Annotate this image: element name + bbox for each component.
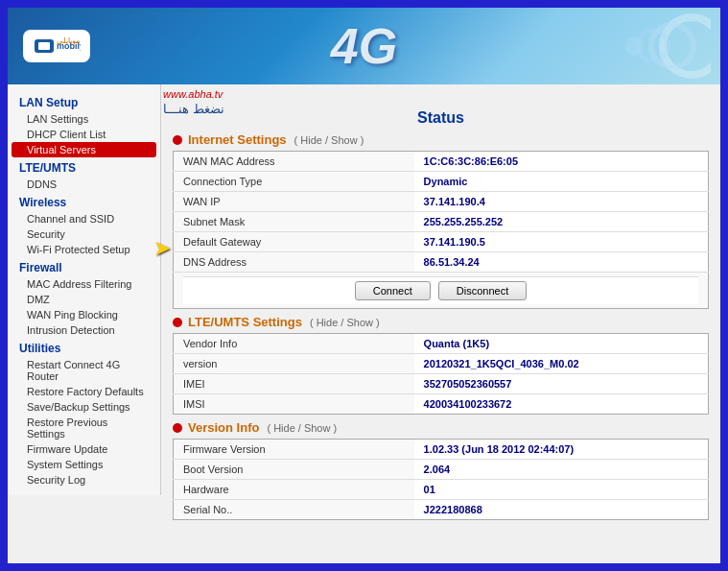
- svg-rect-1: [38, 42, 50, 50]
- field-value: 01: [414, 480, 709, 500]
- table-row: IMEI 352705052360557: [174, 374, 709, 394]
- sidebar-item-dhcp[interactable]: DHCP Client List: [8, 127, 160, 142]
- table-row: DNS Address 86.51.34.24: [174, 252, 709, 273]
- version-info-table: Firmware Version 1.02.33 (Jun 18 2012 02…: [173, 439, 709, 520]
- sidebar-item-wps[interactable]: Wi-Fi Protected Setup: [8, 242, 160, 257]
- disconnect-button[interactable]: Disconnect: [438, 281, 527, 300]
- url-watermark: www.abha.tv: [163, 88, 223, 100]
- sidebar-item-restore-prev[interactable]: Restore Previous Settings: [8, 415, 160, 441]
- sidebar-item-intrusion[interactable]: Intrusion Detection: [8, 322, 160, 338]
- sidebar-item-channel-ssid[interactable]: Channel and SSID: [8, 211, 160, 226]
- field-value: 2.064: [414, 460, 709, 480]
- field-label: IMSI: [174, 394, 414, 415]
- table-row: Subnet Mask 255.255.255.252: [174, 212, 709, 232]
- sidebar-item-restart[interactable]: Restart Connect 4G Router: [8, 357, 160, 384]
- button-row: Connect Disconnect: [174, 273, 709, 309]
- sidebar-section-lte: LTE/UMTS: [8, 157, 160, 177]
- table-row: Boot Version 2.064: [174, 460, 709, 480]
- table-row: WAN MAC Address 1C:C6:3C:86:E6:05: [174, 152, 709, 172]
- field-value: 37.141.190.4: [414, 192, 709, 212]
- field-value: 352705052360557: [414, 374, 709, 394]
- svg-text:موبايلي: موبايلي: [57, 36, 80, 45]
- sidebar-item-dmz[interactable]: DMZ: [8, 292, 160, 307]
- internet-settings-title: Internet Settings: [188, 132, 287, 147]
- header-decoration: [596, 12, 711, 80]
- sidebar-item-ddns[interactable]: DDNS: [8, 177, 160, 192]
- field-value: 255.255.255.252: [414, 212, 709, 232]
- version-toggle[interactable]: ( Hide / Show ): [267, 422, 337, 434]
- field-label: IMEI: [174, 374, 414, 394]
- field-label: DNS Address: [174, 252, 414, 273]
- table-row: IMSI 420034100233672: [174, 394, 709, 415]
- internet-dot: [173, 135, 182, 145]
- field-value: J222180868: [414, 500, 709, 520]
- internet-btn-row: Connect Disconnect: [183, 276, 698, 304]
- sidebar: LAN Setup LAN Settings DHCP Client List …: [8, 84, 161, 495]
- sidebar-section-utilities: Utilities: [8, 338, 160, 357]
- sidebar-wrapper: LAN Setup LAN Settings DHCP Client List …: [8, 84, 161, 563]
- field-value: 37.141.190.5: [414, 232, 709, 252]
- status-title: Status: [173, 109, 709, 127]
- table-row: version 20120321_1K5QCI_4036_M0.02: [174, 354, 709, 374]
- sidebar-item-virtual-servers[interactable]: Virtual Servers: [12, 142, 156, 157]
- field-label: Subnet Mask: [174, 212, 414, 232]
- svg-point-7: [624, 36, 644, 56]
- internet-settings-table: WAN MAC Address 1C:C6:3C:86:E6:05 Connec…: [173, 151, 709, 309]
- lte-settings-table: Vendor Info Quanta (1K5) version 2012032…: [173, 333, 709, 415]
- sidebar-item-security-log[interactable]: Security Log: [8, 472, 160, 488]
- lte-toggle[interactable]: ( Hide / Show ): [310, 317, 380, 328]
- brand-4g: 4G: [331, 17, 397, 75]
- table-row: Vendor Info Quanta (1K5): [174, 334, 709, 354]
- table-row: Hardware 01: [174, 480, 709, 500]
- lte-settings-title: LTE/UMTS Settings: [188, 315, 302, 329]
- field-label: version: [174, 354, 414, 374]
- connect-button[interactable]: Connect: [355, 281, 431, 300]
- field-value: 20120321_1K5QCI_4036_M0.02: [414, 354, 709, 374]
- lte-dot: [173, 318, 182, 327]
- internet-settings-header: Internet Settings ( Hide / Show ): [173, 132, 709, 147]
- field-label: WAN IP: [174, 192, 414, 212]
- main-layout: LAN Setup LAN Settings DHCP Client List …: [8, 84, 720, 563]
- sidebar-item-system[interactable]: System Settings: [8, 457, 160, 472]
- table-row: Default Gateway 37.141.190.5: [174, 232, 709, 252]
- sidebar-section-firewall: Firewall: [8, 257, 160, 276]
- sidebar-item-lan-settings[interactable]: LAN Settings: [8, 111, 160, 127]
- arabic-watermark: نضغط هنـــا: [163, 102, 224, 116]
- sidebar-item-restore-factory[interactable]: Restore Factory Defaults: [8, 384, 160, 399]
- table-row: WAN IP 37.141.190.4: [174, 192, 709, 212]
- field-label: Default Gateway: [174, 232, 414, 252]
- field-label: Boot Version: [174, 460, 414, 480]
- sidebar-item-wan-ping[interactable]: WAN Ping Blocking: [8, 307, 160, 322]
- version-info-header: Version Info ( Hide / Show ): [173, 420, 709, 435]
- field-value: 1.02.33 (Jun 18 2012 02:44:07): [414, 440, 709, 460]
- internet-toggle[interactable]: ( Hide / Show ): [294, 134, 364, 146]
- sidebar-section-wireless: Wireless: [8, 192, 160, 211]
- field-label: Firmware Version: [174, 440, 414, 460]
- sidebar-item-save-backup[interactable]: Save/Backup Settings: [8, 399, 160, 415]
- field-label: Hardware: [174, 480, 414, 500]
- lte-settings-header: LTE/UMTS Settings ( Hide / Show ): [173, 315, 709, 329]
- sidebar-item-firmware[interactable]: Firmware Update: [8, 441, 160, 457]
- field-value: 1C:C6:3C:86:E6:05: [414, 152, 709, 172]
- version-dot: [173, 423, 182, 433]
- field-label: WAN MAC Address: [174, 152, 414, 172]
- table-row: Serial No.. J222180868: [174, 500, 709, 520]
- sidebar-section-lan: LAN Setup: [8, 92, 160, 111]
- field-value: Dynamic: [414, 172, 709, 192]
- sidebar-item-security[interactable]: Security: [8, 226, 160, 242]
- table-row: Connection Type Dynamic: [174, 172, 709, 192]
- field-label: Serial No..: [174, 500, 414, 520]
- version-info-title: Version Info: [188, 420, 259, 435]
- sidebar-item-mac-filter[interactable]: MAC Address Filtering: [8, 276, 160, 292]
- content-area: www.abha.tv نضغط هنـــا Status Internet …: [161, 84, 720, 563]
- logo-icon: mobily موبايلي: [33, 36, 81, 57]
- table-row: Firmware Version 1.02.33 (Jun 18 2012 02…: [174, 440, 709, 460]
- field-value: 86.51.34.24: [414, 252, 709, 273]
- field-value: Quanta (1K5): [414, 334, 709, 354]
- logo: mobily موبايلي: [23, 30, 90, 62]
- header: mobily موبايلي 4G: [8, 8, 720, 84]
- field-label: Vendor Info: [174, 334, 414, 354]
- field-value: 420034100233672: [414, 394, 709, 415]
- field-label: Connection Type: [174, 172, 414, 192]
